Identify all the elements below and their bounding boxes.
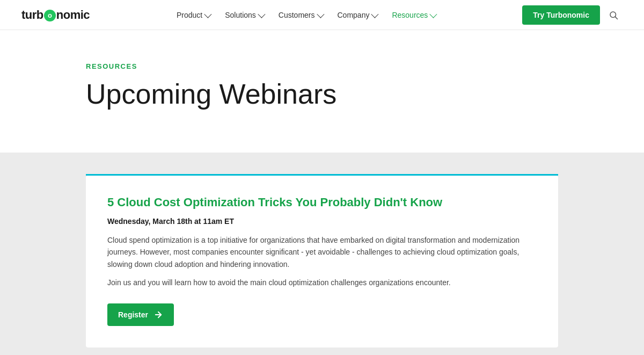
webinar-tagline: Join us and you will learn how to avoid … bbox=[107, 277, 537, 288]
nav-label-product: Product bbox=[177, 11, 202, 19]
arrow-right-icon bbox=[153, 310, 163, 320]
logo-text: turbonomic bbox=[21, 8, 90, 22]
webinar-title[interactable]: 5 Cloud Cost Optimization Tricks You Pro… bbox=[107, 195, 537, 211]
logo[interactable]: turbonomic bbox=[21, 8, 90, 22]
search-button[interactable] bbox=[604, 6, 623, 24]
register-button[interactable]: Register bbox=[107, 303, 174, 326]
page-title: Upcoming Webinars bbox=[86, 79, 558, 110]
nav-item-resources[interactable]: Resources bbox=[385, 6, 442, 24]
nav-label-company: Company bbox=[338, 11, 370, 19]
nav-label-customers: Customers bbox=[279, 11, 315, 19]
nav-item-product[interactable]: Product bbox=[170, 6, 216, 24]
navbar: turbonomic Product Solutions Customers C… bbox=[0, 0, 644, 30]
chevron-down-icon-resources bbox=[430, 10, 437, 18]
chevron-down-icon-product bbox=[204, 10, 212, 18]
register-label: Register bbox=[118, 310, 148, 319]
nav-links: Product Solutions Customers Company Reso… bbox=[170, 6, 442, 24]
nav-right: Try Turbonomic bbox=[522, 5, 623, 25]
nav-item-customers[interactable]: Customers bbox=[272, 6, 329, 24]
content-area: 5 Cloud Cost Optimization Tricks You Pro… bbox=[0, 153, 644, 355]
webinar-date: Wednesday, March 18th at 11am ET bbox=[107, 217, 537, 226]
chevron-down-icon-solutions bbox=[258, 10, 265, 18]
nav-item-solutions[interactable]: Solutions bbox=[218, 6, 270, 24]
search-icon bbox=[609, 10, 618, 20]
logo-circle-o: o bbox=[44, 10, 56, 21]
hero-section: RESOURCES Upcoming Webinars bbox=[0, 30, 644, 153]
section-label: RESOURCES bbox=[86, 62, 558, 70]
webinar-card: 5 Cloud Cost Optimization Tricks You Pro… bbox=[86, 176, 558, 347]
chevron-down-icon-customers bbox=[317, 10, 324, 18]
nav-label-resources: Resources bbox=[392, 11, 428, 19]
nav-item-company[interactable]: Company bbox=[331, 6, 384, 24]
webinar-description: Cloud spend optimization is a top initia… bbox=[107, 234, 537, 270]
svg-line-1 bbox=[615, 17, 617, 19]
try-turbonomic-button[interactable]: Try Turbonomic bbox=[522, 5, 600, 25]
nav-label-solutions: Solutions bbox=[225, 11, 256, 19]
chevron-down-icon-company bbox=[371, 10, 379, 18]
